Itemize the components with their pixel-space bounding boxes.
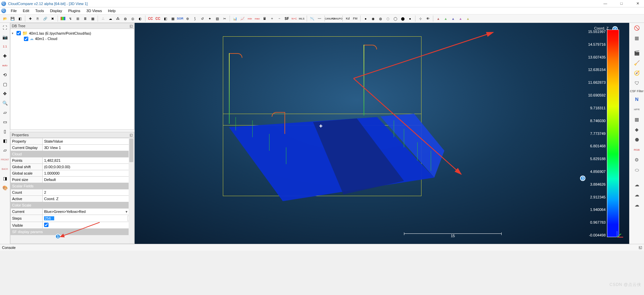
props-value[interactable]: Blue>Green>Yellow>Red <box>44 210 126 214</box>
steps-input[interactable] <box>44 216 54 220</box>
grid-icon[interactable]: ▦ <box>170 15 176 22</box>
sample-icon[interactable]: ∴ <box>100 15 106 22</box>
pick-center-icon[interactable]: ✚ <box>2 52 8 59</box>
3d-view[interactable]: ✚ Coord. Z 2 15.55199714.57971613.607435… <box>135 23 629 244</box>
dbtree-undock-icon[interactable]: ◱ <box>130 24 133 28</box>
ransac4-icon[interactable]: ▲ <box>457 15 464 22</box>
zoom-icon[interactable]: 🔍 <box>2 100 8 106</box>
plugin-rgb-icon[interactable]: RGB <box>633 146 641 153</box>
globe2-icon[interactable]: ◉ <box>370 15 376 22</box>
menu-plugins[interactable]: Plugins <box>65 8 83 13</box>
globe5-icon[interactable]: ◯ <box>392 15 398 22</box>
plugin-cloud2-icon[interactable]: ☁ <box>633 191 641 198</box>
window-maximize[interactable]: □ <box>616 1 626 6</box>
menu-help[interactable]: Help <box>105 8 118 13</box>
stats-icon[interactable]: 📈 <box>239 15 245 22</box>
unroll-icon[interactable]: ↺ <box>199 15 205 22</box>
menu-3dviews[interactable]: 3D Views <box>84 8 105 13</box>
scale11-icon[interactable]: 1:1 <box>2 43 8 50</box>
props-value[interactable]: Default <box>44 178 130 182</box>
cc2-icon[interactable]: CC <box>155 15 161 22</box>
cube-icon[interactable]: ◧ <box>162 15 168 22</box>
fit-icon[interactable]: ◐ <box>137 15 143 22</box>
max-icon[interactable]: max <box>254 15 260 22</box>
ransac5-icon[interactable]: ▲ <box>465 15 471 22</box>
plugin-animation-icon[interactable]: 🎬 <box>633 49 641 57</box>
plugin-compass-icon[interactable]: 🧭 <box>633 69 641 77</box>
fm-icon[interactable]: FM <box>352 15 358 22</box>
delete-icon[interactable]: ✖ <box>49 15 56 22</box>
plugin-cloud3-icon[interactable]: ☁ <box>633 201 641 209</box>
sphere-icon[interactable]: ● <box>407 15 413 22</box>
link-icon[interactable]: 🔗 <box>42 15 48 22</box>
align-icon[interactable]: ◎ <box>130 15 136 22</box>
camera-icon[interactable]: 📷 <box>2 34 8 40</box>
ransac3-icon[interactable]: ▲ <box>450 15 456 22</box>
mls-icon[interactable]: MLS <box>299 15 305 22</box>
point-icon[interactable]: ⊹ <box>417 15 423 22</box>
view-side-icon[interactable]: ▯ <box>2 128 8 135</box>
fit2-icon[interactable]: ⟆ <box>192 15 198 22</box>
min-icon[interactable]: min <box>247 15 253 22</box>
normals-icon[interactable]: ↯ <box>67 15 73 22</box>
primitives-icon[interactable]: ◧ <box>17 15 23 22</box>
view-bottom-icon[interactable]: ▱ <box>2 147 8 153</box>
box-icon[interactable]: ▢ <box>2 81 8 87</box>
view-top-icon[interactable]: ▱ <box>2 109 8 116</box>
kd-icon[interactable]: Kd <box>345 15 351 22</box>
properties-undock-icon[interactable]: ◱ <box>130 133 133 137</box>
view-icon[interactable]: 👁 <box>425 15 431 22</box>
clone-icon[interactable]: ⎘ <box>35 15 41 22</box>
cc-icon[interactable]: CC <box>147 15 154 22</box>
view-iso-icon[interactable]: ◧ <box>2 137 8 144</box>
octree-icon[interactable]: ⊞ <box>75 15 81 22</box>
plugin-shield-icon[interactable]: 🛡 <box>633 79 641 87</box>
register-icon[interactable]: ◍ <box>122 15 128 22</box>
props-value[interactable]: 3D View 1 <box>44 146 130 150</box>
tree-collapse-icon[interactable]: ▾ <box>12 32 15 35</box>
plugin-pcv-icon[interactable]: ▦ <box>633 34 641 42</box>
plugin-poisson-icon[interactable]: ⬣ <box>633 136 641 143</box>
globe3-icon[interactable]: ◍ <box>377 15 383 22</box>
rotate-icon[interactable]: ⟲ <box>2 71 8 78</box>
ransac2-icon[interactable]: ▲ <box>443 15 449 22</box>
profile2-icon[interactable]: 〰 <box>316 15 323 22</box>
auto-icon[interactable]: auto <box>2 62 8 69</box>
properties-scrollbar[interactable] <box>129 138 134 244</box>
fullscreen-icon[interactable]: ⛶ <box>2 24 8 31</box>
iso2-icon[interactable]: ◨ <box>2 175 8 182</box>
sf-icon[interactable]: SF <box>284 15 290 22</box>
list-icon[interactable]: ≣ <box>82 15 88 22</box>
plugin-m3c2-icon[interactable]: ▩ <box>633 116 641 123</box>
plugin-info-icon[interactable]: 🚫 <box>633 24 641 32</box>
compass-icon[interactable]: ✦ <box>207 15 213 22</box>
colors2-icon[interactable]: 🎨 <box>2 184 8 191</box>
globe4-icon[interactable]: ◌ <box>385 15 391 22</box>
save-icon[interactable]: 💾 <box>9 15 15 22</box>
plugin-hpr-icon[interactable]: HPR <box>633 106 641 113</box>
plugin-north-icon[interactable]: N <box>633 96 641 103</box>
visible-checkbox[interactable] <box>44 223 48 227</box>
tree-root-label[interactable]: 40m1.las (E:/pycharm/PointCloud/las) <box>29 31 91 35</box>
canupo2-icon[interactable]: CANUPO <box>334 15 340 22</box>
mesh-icon[interactable]: ▦ <box>90 15 96 22</box>
globe1-icon[interactable]: ● <box>363 15 369 22</box>
globe6-icon[interactable]: ⬤ <box>400 15 406 22</box>
nc-icon[interactable]: N+C <box>291 15 297 22</box>
view-front-icon[interactable]: ▭ <box>2 118 8 125</box>
menu-tools[interactable]: Tools <box>33 8 47 13</box>
props-value[interactable]: Coord. Z <box>44 197 130 201</box>
ransac1-icon[interactable]: ▲ <box>435 15 441 22</box>
dropdown-icon[interactable]: ▾ <box>126 210 128 214</box>
calc-icon[interactable]: 🖩 <box>262 15 268 22</box>
open-icon[interactable]: 📂 <box>2 15 8 22</box>
add-icon[interactable]: ＋ <box>269 15 275 22</box>
cloud-icon[interactable]: ☁ <box>107 15 113 22</box>
menu-display[interactable]: Display <box>47 8 65 13</box>
plugin-broom-icon[interactable]: 🧹 <box>633 59 641 67</box>
front-icon[interactable]: FRONT <box>2 156 8 163</box>
back-icon[interactable]: BACK <box>2 165 8 172</box>
plugin-pcv2-icon[interactable]: ◆ <box>633 126 641 133</box>
tree-child-checkbox[interactable] <box>24 37 28 41</box>
profile-icon[interactable]: 📉 <box>309 15 315 22</box>
